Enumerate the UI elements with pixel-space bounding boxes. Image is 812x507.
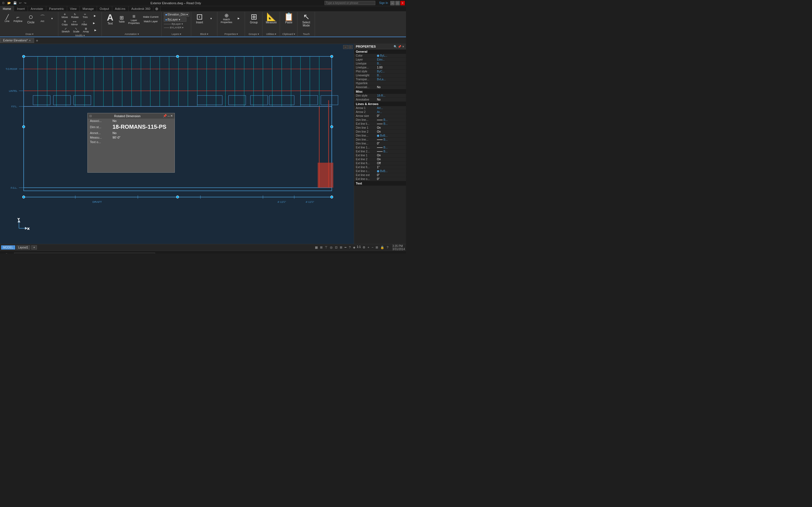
arc-button[interactable]: ⌒ Arc xyxy=(38,14,47,23)
search-input[interactable] xyxy=(324,1,375,5)
color-dropdown[interactable]: ■ ByLayer ▾ xyxy=(164,17,186,22)
match-props-button[interactable]: ⊕ MatchProperties xyxy=(220,12,234,24)
save-button[interactable]: 💾 xyxy=(12,1,17,5)
table-button[interactable]: ⊞ Table xyxy=(117,15,126,24)
minimize-vp[interactable]: ─ xyxy=(343,45,348,49)
snap-icon[interactable]: ▦ xyxy=(314,245,318,249)
dimline0-row: Dim line... 0" xyxy=(354,142,406,146)
zoom-in-icon[interactable]: + xyxy=(367,245,370,249)
osnap-icon[interactable]: ⊡ xyxy=(335,245,338,249)
tab-insert[interactable]: Insert xyxy=(14,6,28,11)
dialog-title: Rotated Dimension xyxy=(114,114,141,118)
props-more[interactable]: ▶ xyxy=(235,16,243,20)
cmd-arrow-icon[interactable]: ▶ xyxy=(10,253,13,254)
open-button[interactable]: 📂 xyxy=(6,1,11,5)
dialog-title-bar[interactable]: ⊡ Rotated Dimension 📌 ─ ✕ xyxy=(88,113,174,119)
group-button[interactable]: ⊞ Group xyxy=(248,12,260,24)
zoom-out-icon[interactable]: − xyxy=(371,245,374,249)
props-search[interactable]: 🔍 xyxy=(394,45,397,48)
dyn-icon[interactable]: ⊞ xyxy=(339,245,343,249)
misc-section-header[interactable]: Misc xyxy=(354,89,406,94)
add-layout-button[interactable]: + xyxy=(31,245,37,249)
dialog-pin-button[interactable]: 📌 xyxy=(163,114,167,118)
tab-manage[interactable]: Manage xyxy=(80,6,97,11)
select-mode-button[interactable]: ↖ SelectMode xyxy=(300,12,312,27)
tab-addins[interactable]: Add-ins xyxy=(112,6,129,11)
circle-button[interactable]: ○ Circle xyxy=(25,12,37,24)
drawing-canvas[interactable]: ─ □ xyxy=(0,44,354,244)
text-button[interactable]: A Text xyxy=(104,12,116,25)
tab-view[interactable]: View xyxy=(67,6,80,11)
model-button[interactable]: MODEL xyxy=(1,245,15,249)
modify-more3[interactable]: ▶ xyxy=(91,28,100,32)
dialog-minimize[interactable]: ─ xyxy=(167,114,170,118)
signin-button[interactable]: Sign In xyxy=(379,1,388,4)
layer-dropdown[interactable]: ■ Elevation_Dim ▾ xyxy=(164,12,189,17)
layout1-button[interactable]: Layout1 xyxy=(16,245,31,249)
file-tab-exterior[interactable]: Exterior Elevations* ✕ xyxy=(0,38,34,43)
text-section-header[interactable]: Text xyxy=(354,181,406,186)
cmd-search-icon[interactable]: 🔍 xyxy=(5,253,9,254)
make-current-button[interactable]: Make Current xyxy=(142,15,160,19)
insert-block-button[interactable]: ⊡ Insert xyxy=(193,12,206,24)
line-button[interactable]: ╱ Line xyxy=(3,14,11,23)
fillet-button[interactable]: ⌐Fillet xyxy=(80,20,89,26)
layer-props-button[interactable]: ≡ LayerProperties xyxy=(127,13,141,25)
statusbar: MODEL Layout1 + ▦ ⊞ ⊤ ◎ ⊡ ⊞ ━ ? ◈ 1:1 ⚙ … xyxy=(0,244,406,251)
command-input[interactable] xyxy=(14,252,155,253)
copy-button[interactable]: ⧉Copy xyxy=(61,19,69,26)
maximize-vp[interactable]: □ xyxy=(349,45,353,49)
arrowsize-label: Arrow size xyxy=(356,114,377,117)
block-more[interactable]: ▼ xyxy=(207,17,215,20)
redo-button[interactable]: ↪ xyxy=(23,1,27,5)
settings-icon[interactable]: ⚙ xyxy=(362,245,366,249)
lineweight-value: B... xyxy=(377,74,404,77)
file-tab-close[interactable]: ✕ xyxy=(29,39,31,42)
grid-icon[interactable]: ⊞ xyxy=(319,245,323,249)
match-layer-button[interactable]: Match Layer xyxy=(142,19,160,23)
lock-icon[interactable]: 🔒 xyxy=(380,245,385,249)
cmd-close-icon[interactable]: ✕ xyxy=(1,253,4,254)
maximize-button[interactable]: □ xyxy=(395,1,400,5)
modify-more2[interactable]: ▶ xyxy=(90,21,98,25)
plotstyle-label: Plot style xyxy=(356,70,377,73)
help-icon[interactable]: ? xyxy=(386,245,389,249)
draw-more-btn[interactable]: ▼ xyxy=(48,17,56,20)
minimize-button[interactable]: ─ xyxy=(390,1,395,5)
lw-icon[interactable]: ━ xyxy=(344,245,347,249)
stretch-button[interactable]: ⤢Stretch xyxy=(61,27,71,34)
add-tab-button[interactable]: + xyxy=(34,38,40,43)
trim-button[interactable]: ✂Trim xyxy=(81,12,89,19)
qp-icon[interactable]: ? xyxy=(348,245,351,249)
array-button[interactable]: ⊞Array xyxy=(82,27,90,34)
workspace-icon[interactable]: ⊞ xyxy=(375,245,378,249)
dialog-close[interactable]: ✕ xyxy=(170,114,173,118)
props-pin[interactable]: 📌 xyxy=(398,45,401,48)
paste-button[interactable]: 📋 Paste xyxy=(283,12,295,24)
tab-parametric[interactable]: Parametric xyxy=(46,6,67,11)
polar-icon[interactable]: ◎ xyxy=(329,245,333,249)
sc-icon[interactable]: ◈ xyxy=(352,245,356,249)
ortho-icon[interactable]: ⊤ xyxy=(324,245,328,249)
polyline-button[interactable]: ⌐ Polyline xyxy=(12,14,24,23)
tab-annotate[interactable]: Annotate xyxy=(28,6,46,11)
move-button[interactable]: ✛Move xyxy=(61,12,69,19)
undo-button[interactable]: ↩ xyxy=(18,1,22,5)
dimlineb2-icon xyxy=(377,139,383,140)
close-button[interactable]: ✕ xyxy=(400,1,405,5)
extlineli-icon xyxy=(377,124,383,124)
general-section-header[interactable]: General xyxy=(354,49,406,54)
tab-autodesk360[interactable]: Autodesk 360 xyxy=(129,6,153,11)
lines-arrows-section-header[interactable]: Lines & Arrows xyxy=(354,102,406,106)
rotate-button[interactable]: ↻Rotate xyxy=(70,12,80,19)
mirror-button[interactable]: ⟺Mirror xyxy=(70,20,79,26)
tab-expand[interactable]: ⊕ xyxy=(153,6,160,11)
tab-home[interactable]: Home xyxy=(0,6,14,11)
rdim-measu-label: Measu... xyxy=(90,136,112,139)
tab-output[interactable]: Output xyxy=(97,6,112,11)
modify-more1[interactable]: ▶ xyxy=(91,14,99,18)
measure-button[interactable]: 📐 Measure xyxy=(265,12,278,24)
props-close[interactable]: ✕ xyxy=(402,45,404,48)
new-button[interactable]: 🗋 xyxy=(1,1,6,5)
scale-button[interactable]: ⤡Scale xyxy=(72,27,81,34)
